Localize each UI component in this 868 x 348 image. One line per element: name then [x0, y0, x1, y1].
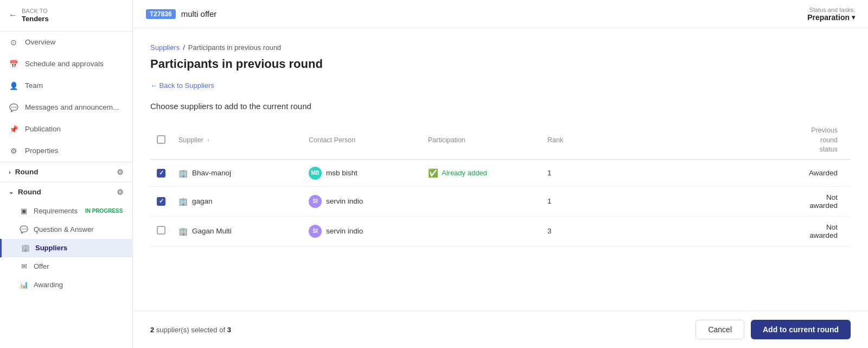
th-rank: Rank [541, 122, 606, 160]
chevron-down-icon: ⌄ [9, 188, 14, 195]
row1-supplier-name: Bhav-manoj [192, 169, 231, 177]
sidebar-item-properties[interactable]: ⚙ Properties [0, 140, 132, 162]
tender-id-badge: T27836 [146, 9, 176, 19]
messages-icon: 💬 [9, 103, 18, 112]
row2-supplier-name: gagan [192, 197, 213, 205]
section-title: Choose suppliers to add to the current r… [150, 102, 851, 111]
sidebar-item-suppliers[interactable]: 🏢 Suppliers [0, 239, 132, 257]
th-contact: Contact Person [302, 122, 422, 160]
supplier-building-icon: 🏢 [178, 169, 188, 178]
bottom-bar: 2 supplier(s) selected of 3 Cancel Add t… [133, 311, 868, 348]
status-tasks-label: Status and tasks: [809, 7, 855, 13]
row3-contact-name: servin indio [326, 227, 363, 235]
requirements-icon: ▣ [20, 207, 28, 216]
row1-prev-status: Awarded [606, 160, 851, 187]
tender-name: multi offer [181, 9, 217, 18]
row3-avatar: SI [309, 225, 322, 238]
row3-checkbox[interactable] [157, 226, 165, 235]
sidebar-publication-label: Publication [25, 125, 61, 133]
awarding-label: Awarding [34, 281, 63, 289]
back-title: Tenders [22, 15, 49, 23]
topbar: T27836 multi offer Status and tasks: Pre… [133, 0, 868, 28]
requirements-badge: IN PROGRESS [85, 208, 123, 214]
back-label: BACK TO [22, 8, 49, 15]
sidebar-item-offer[interactable]: ✉ Offer [0, 257, 132, 276]
table-row: 🏢 Bhav-manoj MB msb bisht ✅ Alrea [150, 160, 851, 187]
sidebar-item-messages[interactable]: 💬 Messages and announcem... [0, 97, 132, 118]
row3-rank: 3 [541, 216, 606, 246]
sidebar-overview-label: Overview [25, 38, 55, 46]
table-row: 🏢 gagan SI servin indio 1 Notawarded [150, 186, 851, 216]
schedule-icon: 📅 [9, 59, 18, 69]
requirements-label: Requirements [34, 207, 78, 215]
awarding-icon: 📊 [20, 281, 28, 289]
th-participation: Participation [422, 122, 541, 160]
table-row: 🏢 Gagan Multi SI servin indio 3 Notaward… [150, 216, 851, 246]
breadcrumb-suppliers-link[interactable]: Suppliers [150, 43, 180, 52]
row3-participation [422, 216, 541, 246]
row1-participation: Already added [442, 169, 487, 177]
row1-contact-name: msb bisht [326, 169, 358, 177]
sidebar-properties-label: Properties [25, 147, 59, 155]
sidebar-item-awarding[interactable]: 📊 Awarding [0, 276, 132, 294]
select-all-checkbox[interactable] [157, 135, 165, 144]
round-expanded-label: Round [18, 188, 41, 196]
row2-rank: 1 [541, 186, 606, 216]
suppliers-table: Supplier ↑ Contact Person Participation … [150, 122, 851, 246]
total-count: 3 [227, 326, 231, 334]
team-icon: 👤 [9, 81, 18, 91]
qa-label: Question & Answer [34, 225, 94, 233]
sidebar-item-overview[interactable]: ⊙ Overview [0, 31, 132, 53]
round-section-expanded[interactable]: ⌄ Round ⚙ [0, 182, 132, 202]
row2-contact-name: servin indio [326, 197, 363, 205]
row2-prev-status: Notawarded [606, 186, 851, 216]
add-to-round-button[interactable]: Add to current round [751, 320, 851, 339]
sidebar-item-requirements[interactable]: ▣ Requirements IN PROGRESS [0, 202, 132, 220]
offer-label: Offer [34, 262, 49, 270]
back-to-suppliers-link[interactable]: ← Back to Suppliers [150, 81, 214, 90]
row3-supplier-name: Gagan Multi [192, 227, 232, 235]
chevron-right-icon: › [9, 169, 11, 175]
row2-participation [422, 186, 541, 216]
selection-count: 2 supplier(s) selected of 3 [150, 326, 231, 334]
main-content: T27836 multi offer Status and tasks: Pre… [133, 0, 868, 348]
offer-icon: ✉ [20, 262, 28, 271]
gear-icon-collapsed[interactable]: ⚙ [117, 168, 124, 176]
row1-checkbox[interactable] [157, 169, 165, 178]
gear-icon-expanded[interactable]: ⚙ [117, 188, 124, 197]
breadcrumb-separator: / [183, 43, 185, 52]
supplier-building-icon: 🏢 [178, 227, 188, 236]
sidebar-team-label: Team [25, 81, 43, 90]
status-value-text: Preparation [807, 13, 850, 22]
back-arrow-icon: ← [9, 10, 17, 20]
bottom-actions: Cancel Add to current round [695, 320, 851, 339]
overview-icon: ⊙ [9, 37, 18, 47]
breadcrumb-current: Participants in previous round [188, 43, 281, 52]
page-title: Participants in previous round [150, 57, 851, 71]
sidebar-item-qa[interactable]: 💬 Question & Answer [0, 220, 132, 239]
th-prev-round-status: Previous round status [606, 122, 851, 160]
sidebar-schedule-label: Schedule and approvals [25, 60, 104, 68]
round-collapsed-label: Round [15, 168, 39, 176]
content-area: Suppliers / Participants in previous rou… [133, 28, 868, 311]
th-supplier: Supplier ↑ [178, 136, 210, 144]
suppliers-label: Suppliers [35, 244, 67, 252]
participation-check-icon: ✅ [428, 168, 438, 178]
sidebar-item-team[interactable]: 👤 Team [0, 75, 132, 97]
properties-icon: ⚙ [9, 146, 18, 156]
round-section-collapsed[interactable]: › Round ⚙ [0, 162, 132, 182]
row3-prev-status: Notawarded [606, 216, 851, 246]
supplier-building-icon: 🏢 [178, 197, 188, 206]
row1-avatar: MB [309, 167, 322, 180]
row2-checkbox[interactable] [157, 197, 165, 206]
cancel-button[interactable]: Cancel [695, 320, 744, 339]
sidebar-item-publication[interactable]: 📌 Publication [0, 118, 132, 140]
back-to-tenders[interactable]: ← BACK TO Tenders [0, 0, 132, 31]
sort-arrow-icon: ↑ [207, 137, 210, 143]
sidebar: ← BACK TO Tenders ⊙ Overview 📅 Schedule … [0, 0, 133, 348]
sidebar-messages-label: Messages and announcem... [25, 103, 119, 111]
breadcrumb: Suppliers / Participants in previous rou… [150, 43, 851, 52]
status-chevron-icon[interactable]: ▾ [852, 14, 855, 21]
suppliers-icon: 🏢 [21, 244, 30, 252]
sidebar-item-schedule[interactable]: 📅 Schedule and approvals [0, 53, 132, 75]
